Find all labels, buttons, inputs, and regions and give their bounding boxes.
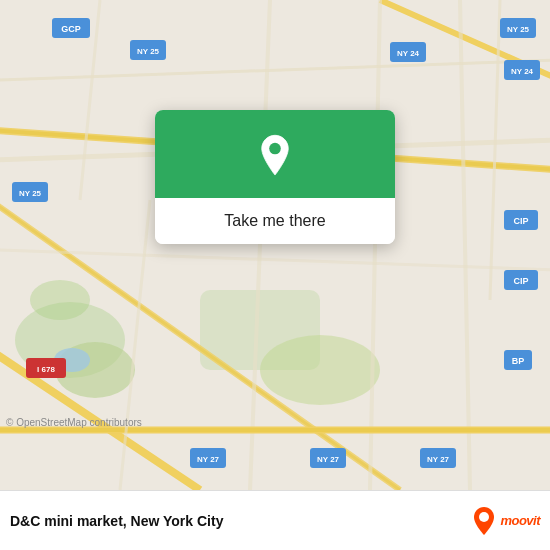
svg-text:NY 24: NY 24 <box>511 67 534 76</box>
svg-text:BP: BP <box>512 356 525 366</box>
bottom-bar: D&C mini market, New York City moovit <box>0 490 550 550</box>
svg-point-51 <box>479 512 489 522</box>
svg-text:NY 25: NY 25 <box>19 189 42 198</box>
moovit-brand-text: moovit <box>500 513 540 528</box>
svg-text:NY 24: NY 24 <box>397 49 420 58</box>
moovit-logo: moovit <box>468 505 540 537</box>
svg-text:GCP: GCP <box>61 24 81 34</box>
svg-text:NY 27: NY 27 <box>427 455 450 464</box>
svg-text:NY 25: NY 25 <box>507 25 530 34</box>
take-me-there-button[interactable]: Take me there <box>155 198 395 244</box>
svg-text:I 678: I 678 <box>37 365 55 374</box>
svg-point-4 <box>260 335 380 405</box>
popup-card: Take me there <box>155 110 395 244</box>
svg-text:NY 27: NY 27 <box>317 455 340 464</box>
map-container: GCP NY 25 NY 25 NY 24 NY 24 NY 25 CIP CI… <box>0 0 550 490</box>
location-info: D&C mini market, New York City <box>10 513 223 529</box>
svg-text:NY 27: NY 27 <box>197 455 220 464</box>
place-name: D&C mini market, New York City <box>10 513 223 529</box>
bottom-row: D&C mini market, New York City moovit <box>10 505 540 537</box>
svg-text:NY 25: NY 25 <box>137 47 160 56</box>
svg-point-5 <box>30 280 90 320</box>
location-pin-icon <box>251 132 299 180</box>
svg-text:CIP: CIP <box>513 276 528 286</box>
moovit-pin-icon <box>468 505 500 537</box>
svg-point-50 <box>269 143 281 155</box>
svg-text:CIP: CIP <box>513 216 528 226</box>
popup-green-area <box>155 110 395 198</box>
osm-credit: © OpenStreetMap contributors <box>6 417 142 428</box>
